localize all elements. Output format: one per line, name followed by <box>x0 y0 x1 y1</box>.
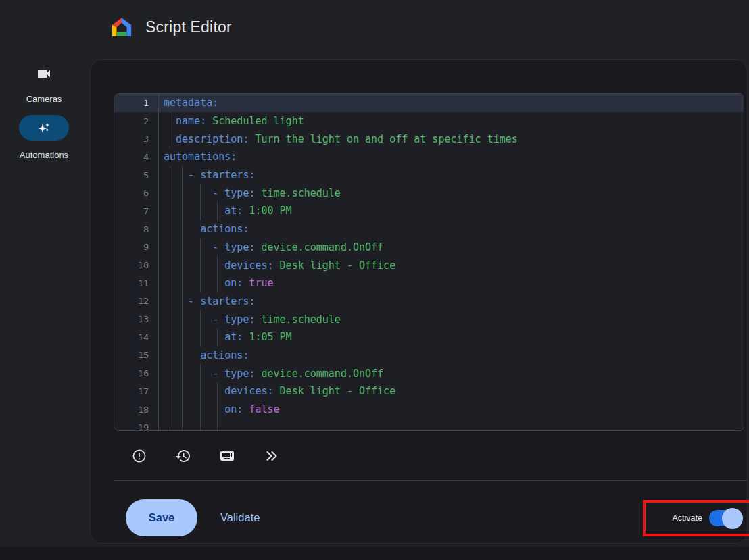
code-line[interactable]: 8 actions: <box>114 220 744 238</box>
indent-guide <box>200 364 201 382</box>
activate-toggle[interactable] <box>709 510 740 526</box>
error-icon[interactable] <box>126 442 153 469</box>
code-text: on: false <box>158 403 280 415</box>
code-line[interactable]: 4automations: <box>114 148 744 166</box>
code-text: on: true <box>158 277 274 289</box>
code-line[interactable]: 18 on: false <box>114 401 744 419</box>
indent-guide <box>182 310 183 328</box>
sparkle-icon <box>36 119 52 136</box>
indent-guide <box>200 202 201 220</box>
indent-guide <box>200 382 201 401</box>
keyboard-icon[interactable] <box>214 442 241 469</box>
line-number: 5 <box>114 170 158 180</box>
indent-guide <box>200 184 201 202</box>
code-text: at: 1:05 PM <box>158 331 292 343</box>
indent-guide <box>200 274 201 292</box>
code-line[interactable]: 7 at: 1:00 PM <box>114 202 744 220</box>
code-text: - starters: <box>158 295 255 307</box>
activate-label: Activate <box>673 513 702 523</box>
code-text: metadata: <box>158 97 218 109</box>
indent-guide <box>217 418 218 431</box>
line-number: 2 <box>114 116 158 126</box>
indent-guide <box>170 328 170 347</box>
code-line[interactable]: 13 - type: time.schedule <box>114 310 744 328</box>
code-text: - type: time.schedule <box>158 187 341 199</box>
save-button[interactable]: Save <box>126 499 197 536</box>
code-text: description: Turn the light on and off a… <box>158 133 518 145</box>
code-editor[interactable]: 1metadata:2 name: Scheduled light3 descr… <box>114 93 744 431</box>
indent-guide <box>170 310 170 328</box>
indent-guide <box>170 130 170 148</box>
code-line[interactable]: 12 - starters: <box>114 292 744 311</box>
indent-guide <box>217 401 218 419</box>
line-number: 14 <box>114 332 158 342</box>
line-number: 7 <box>114 206 158 216</box>
indent-guide <box>170 382 170 401</box>
line-number: 16 <box>114 368 158 378</box>
indent-guide <box>170 112 170 130</box>
code-line[interactable]: 9 - type: device.command.OnOff <box>114 238 744 257</box>
indent-guide <box>182 238 183 257</box>
code-line[interactable]: 10 devices: Desk light - Office <box>114 256 744 274</box>
line-number: 12 <box>114 296 158 306</box>
indent-guide <box>182 328 183 347</box>
line-number: 1 <box>114 98 158 108</box>
indent-guide <box>182 184 183 202</box>
line-number: 10 <box>114 260 158 270</box>
line-number: 19 <box>114 422 158 431</box>
indent-guide <box>182 202 183 220</box>
indent-guide <box>170 220 170 238</box>
line-number: 15 <box>114 350 158 360</box>
code-line[interactable]: 6 - type: time.schedule <box>114 184 744 202</box>
indent-guide <box>182 418 183 431</box>
indent-guide <box>170 202 170 220</box>
selected-pill <box>19 115 69 141</box>
code-line[interactable]: 17 devices: Desk light - Office <box>114 382 744 401</box>
indent-guide <box>200 310 201 328</box>
indent-guide <box>170 418 170 431</box>
code-text: at: 1:00 PM <box>158 205 292 217</box>
indent-guide <box>200 401 201 419</box>
line-number: 8 <box>114 224 158 234</box>
indent-guide <box>217 382 218 401</box>
indent-guide <box>200 328 201 347</box>
code-line[interactable]: 19 <box>114 418 744 431</box>
sidebar-item-cameras[interactable]: Cameras <box>0 65 88 104</box>
code-line[interactable]: 15 actions: <box>114 347 744 365</box>
code-text: name: Scheduled light <box>158 115 304 127</box>
indent-guide <box>217 256 218 274</box>
code-line[interactable]: 2 name: Scheduled light <box>114 112 744 130</box>
validate-button[interactable]: Validate <box>216 499 264 536</box>
code-text: devices: Desk light - Office <box>158 385 395 397</box>
indent-guide <box>170 166 170 184</box>
line-number: 13 <box>114 314 158 324</box>
sidebar-item-automations[interactable]: Automations <box>0 115 88 160</box>
line-number: 3 <box>114 134 158 144</box>
history-icon[interactable] <box>170 442 197 469</box>
editor-toolbar <box>126 431 285 480</box>
indent-guide <box>182 256 183 274</box>
indent-guide <box>217 274 218 292</box>
code-line[interactable]: 11 on: true <box>114 274 744 292</box>
indent-guide <box>170 274 170 292</box>
code-line[interactable]: 5 - starters: <box>114 166 744 184</box>
sidebar-item-label: Automations <box>0 150 88 160</box>
code-text: devices: Desk light - Office <box>158 259 395 272</box>
code-line[interactable]: 14 at: 1:05 PM <box>114 328 744 347</box>
code-line[interactable]: 3 description: Turn the light on and off… <box>114 130 744 148</box>
code-line[interactable]: 1metadata: <box>114 94 744 112</box>
sidebar-item-label: Cameras <box>0 94 88 104</box>
double-chevron-icon[interactable] <box>258 442 285 469</box>
indent-guide <box>200 238 201 257</box>
code-line[interactable]: 16 - type: device.command.OnOff <box>114 364 744 382</box>
indent-guide <box>182 166 183 184</box>
indent-guide <box>217 202 218 220</box>
toggle-thumb <box>722 508 743 529</box>
indent-guide <box>182 274 183 292</box>
code-text: automations: <box>158 151 237 163</box>
indent-guide <box>182 401 183 419</box>
annotation-box: Activate <box>643 500 749 536</box>
indent-guide <box>170 364 170 382</box>
bottom-strip <box>0 547 749 560</box>
line-number: 6 <box>114 188 158 198</box>
